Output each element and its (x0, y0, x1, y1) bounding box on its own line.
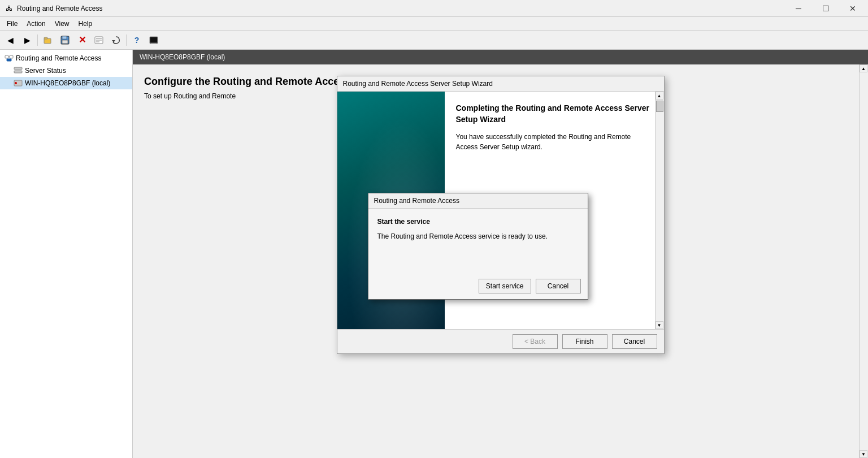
toolbar-separator-2 (126, 34, 127, 46)
toolbar-separator-1 (37, 34, 38, 46)
back-button[interactable]: ◀ (2, 33, 18, 47)
menu-view[interactable]: View (50, 19, 74, 29)
sidebar-item-server-status[interactable]: Server Status (0, 64, 132, 77)
inner-dialog-spacer (377, 241, 579, 264)
menu-bar: File Action View Help (0, 17, 868, 31)
server-status-icon (14, 66, 23, 75)
inner-dialog-overlay: Routing and Remote Access Start the serv… (337, 93, 664, 353)
inner-cancel-button[interactable]: Cancel (536, 279, 581, 293)
main-scroll-track (860, 72, 868, 450)
maximize-button[interactable]: ☐ (813, 1, 839, 16)
wizard-title: Routing and Remote Access Server Setup W… (343, 80, 493, 88)
svg-rect-3 (62, 36, 67, 39)
svg-rect-1 (44, 37, 47, 39)
app-icon: 🖧 (5, 4, 14, 13)
refresh-button[interactable] (108, 33, 124, 47)
main-scrollbar[interactable]: ▲ ▼ (859, 64, 868, 458)
console-button[interactable] (146, 33, 162, 47)
save-button[interactable] (57, 33, 73, 47)
svg-rect-4 (62, 40, 68, 44)
svg-rect-13 (5, 55, 8, 58)
wizard-dialog: Routing and Remote Access Server Setup W… (337, 76, 665, 354)
content-area: WIN-HQ8EO8P8GBF (local) Configure the Ro… (133, 50, 868, 458)
svg-rect-17 (14, 67, 22, 70)
menu-help[interactable]: Help (74, 19, 97, 29)
main-scroll-up[interactable]: ▲ (860, 64, 867, 72)
properties-button[interactable] (91, 33, 107, 47)
routing-icon (5, 54, 14, 63)
content-header: WIN-HQ8EO8P8GBF (local) (133, 50, 868, 64)
toolbar: ◀ ▶ ✕ ? (0, 31, 868, 50)
wizard-overlay: Routing and Remote Access Server Setup W… (133, 64, 868, 458)
sidebar: Routing and Remote Access Server Status … (0, 50, 133, 458)
svg-marker-9 (112, 40, 115, 42)
help-button[interactable]: ? (129, 33, 145, 47)
main-scroll-down[interactable]: ▼ (860, 450, 867, 458)
app-title: Routing and Remote Access (17, 5, 863, 12)
menu-action[interactable]: Action (22, 19, 50, 29)
svg-rect-18 (14, 71, 22, 73)
sidebar-item-local-server[interactable]: WIN-HQ8EO8P8GBF (local) (0, 77, 132, 89)
inner-dialog-body: Start the service The Routing and Remote… (368, 209, 588, 273)
close-button[interactable]: ✕ (840, 1, 866, 16)
svg-rect-12 (151, 43, 157, 44)
inner-dialog: Routing and Remote Access Start the serv… (368, 193, 588, 300)
sidebar-item-routing[interactable]: Routing and Remote Access (0, 52, 132, 64)
svg-rect-16 (7, 59, 11, 61)
window-controls: ─ ☐ ✕ (785, 1, 866, 16)
minimize-button[interactable]: ─ (785, 1, 811, 16)
sidebar-item-server-status-label: Server Status (25, 67, 66, 75)
svg-rect-11 (150, 37, 157, 42)
local-server-icon (14, 79, 23, 88)
inner-dialog-text: The Routing and Remote Access service is… (377, 231, 579, 241)
inner-dialog-heading: Start the service (377, 218, 579, 226)
menu-file[interactable]: File (2, 19, 22, 29)
open-button[interactable] (40, 33, 56, 47)
content-header-title: WIN-HQ8EO8P8GBF (local) (140, 53, 225, 61)
forward-button[interactable]: ▶ (19, 33, 35, 47)
inner-dialog-title: Routing and Remote Access (368, 193, 588, 209)
title-bar: 🖧 Routing and Remote Access ─ ☐ ✕ (0, 0, 868, 17)
wizard-title-bar: Routing and Remote Access Server Setup W… (337, 76, 664, 92)
sidebar-item-routing-label: Routing and Remote Access (16, 54, 101, 62)
svg-rect-14 (10, 55, 13, 58)
start-service-button[interactable]: Start service (479, 279, 531, 293)
main-layout: Routing and Remote Access Server Status … (0, 50, 868, 458)
delete-button[interactable]: ✕ (74, 33, 90, 47)
inner-dialog-footer: Start service Cancel (368, 273, 588, 299)
sidebar-item-local-server-label: WIN-HQ8EO8P8GBF (local) (25, 79, 110, 87)
svg-point-20 (15, 82, 17, 84)
